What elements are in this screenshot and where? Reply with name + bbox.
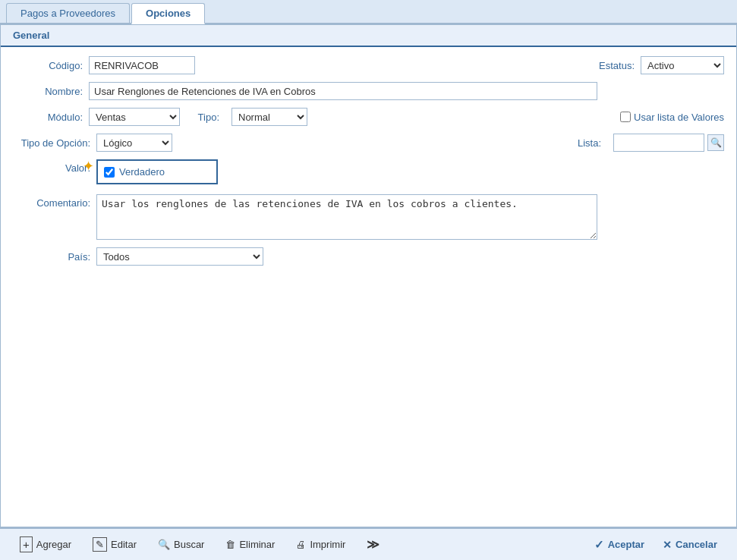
eliminar-icon: 🗑 — [225, 539, 235, 550]
codigo-label: Código: — [13, 60, 89, 71]
verdadero-option[interactable]: Verdadero — [98, 164, 216, 180]
form-area: Código: Estatus: Activo Inactivo Nombre:… — [1, 47, 736, 527]
lista-row: 🔍 — [613, 134, 724, 152]
row-nombre: Nombre: — [13, 82, 724, 100]
cancelar-label: Cancelar — [676, 539, 717, 550]
toolbar-right: ✓ Aceptar ✕ Cancelar — [587, 535, 725, 555]
buscar-icon: 🔍 — [158, 539, 170, 550]
row-comentario: Comentario: Usar los renglones de las re… — [13, 194, 724, 240]
estatus-label: Estatus: — [595, 60, 641, 71]
aceptar-button[interactable]: ✓ Aceptar — [587, 535, 652, 555]
editar-icon: ✎ — [93, 537, 107, 552]
editar-button[interactable]: ✎ Editar — [85, 534, 144, 555]
tab-opciones[interactable]: Opciones — [131, 3, 205, 24]
agregar-button[interactable]: + Agregar — [12, 533, 79, 555]
tab-pagos[interactable]: Pagos a Proveedores — [6, 3, 130, 23]
imprimir-label: Imprimir — [310, 539, 345, 550]
section-header: General — [1, 25, 736, 47]
main-content: General Código: Estatus: Activo Inactivo… — [0, 24, 737, 527]
valor-dropdown: Verdadero — [96, 159, 218, 184]
pais-label: País: — [13, 251, 96, 263]
cancelar-button[interactable]: ✕ Cancelar — [655, 535, 725, 555]
valor-label: Valor: — [13, 159, 96, 174]
buscar-label: Buscar — [174, 539, 204, 550]
pais-select[interactable]: Todos Venezuela Colombia — [96, 247, 263, 266]
usar-lista-container: Usar lista de Valores — [620, 112, 724, 123]
lista-input[interactable] — [613, 134, 704, 152]
editar-label: Editar — [111, 539, 137, 550]
comentario-label: Comentario: — [13, 194, 96, 209]
bottom-toolbar: + Agregar ✎ Editar 🔍 Buscar 🗑 Eliminar 🖨… — [0, 527, 737, 560]
nombre-input[interactable] — [89, 82, 597, 100]
agregar-icon: + — [20, 536, 33, 552]
nombre-label: Nombre: — [13, 86, 89, 97]
imprimir-icon: 🖨 — [296, 539, 306, 550]
lista-label: Lista: — [577, 137, 607, 149]
row-pais: País: Todos Venezuela Colombia — [13, 247, 724, 266]
lista-search-button[interactable]: 🔍 — [707, 134, 724, 151]
imprimir-button[interactable]: 🖨 Imprimir — [288, 536, 353, 553]
usar-lista-checkbox[interactable] — [620, 112, 631, 122]
agregar-label: Agregar — [36, 539, 71, 550]
tipoop-label: Tipo de Opción: — [13, 137, 96, 149]
codigo-input[interactable] — [89, 56, 195, 74]
verdadero-label: Verdadero — [119, 166, 165, 178]
comentario-textarea[interactable]: Usar los renglones de las retenciones de… — [96, 194, 597, 240]
aceptar-label: Aceptar — [608, 539, 644, 550]
check-icon: ✓ — [594, 538, 604, 552]
row-tipoop-lista: Tipo de Opción: Lógico Numérico Texto Li… — [13, 134, 724, 152]
eliminar-label: Eliminar — [239, 539, 275, 550]
tipo-label: Tipo: — [195, 112, 225, 123]
doble-chevron-icon: ≫ — [367, 537, 380, 552]
tipo-select[interactable]: Normal Sistema — [231, 108, 307, 126]
eliminar-button[interactable]: 🗑 Eliminar — [218, 536, 282, 553]
estatus-select[interactable]: Activo Inactivo — [641, 56, 724, 74]
usar-lista-label: Usar lista de Valores — [634, 112, 724, 123]
modulo-label: Módulo: — [13, 112, 89, 123]
buscar-button[interactable]: 🔍 Buscar — [150, 536, 212, 553]
row-modulo-tipo: Módulo: Ventas Compras General Tipo: Nor… — [13, 108, 724, 126]
row-valor: Valor: ✦ Verdadero — [13, 159, 724, 187]
tab-bar: Pagos a Proveedores Opciones — [0, 0, 737, 24]
row-codigo-estatus: Código: Estatus: Activo Inactivo — [13, 56, 724, 74]
doble-chevron-button[interactable]: ≫ — [359, 534, 387, 555]
close-icon: ✕ — [663, 539, 672, 551]
modulo-select[interactable]: Ventas Compras General — [89, 108, 180, 126]
tipoop-select[interactable]: Lógico Numérico Texto — [96, 134, 172, 152]
verdadero-checkbox[interactable] — [104, 167, 115, 178]
